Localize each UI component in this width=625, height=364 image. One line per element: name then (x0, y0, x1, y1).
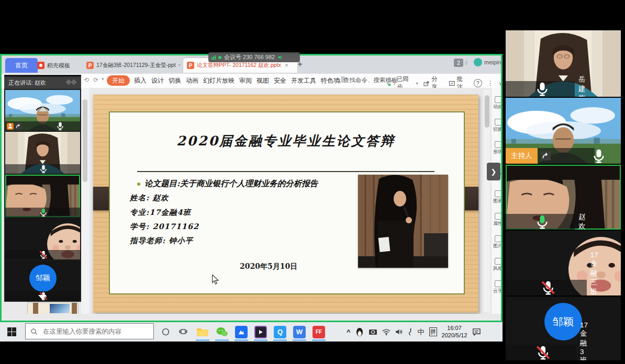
close-tab-icon[interactable]: × (285, 62, 288, 69)
meeting-id-bar[interactable]: 会议号 230 766 982 (208, 52, 300, 62)
slide[interactable]: 2020届金融专业毕业生论文答辩 论文题目:关于商业银行个人理财业务的分析报告 … (93, 95, 478, 313)
participant-name: 17金融3班邹颖 (580, 321, 588, 360)
menu-devtools[interactable]: 开发工具 (291, 76, 316, 85)
now-speaking-label: 正在讲话: 赵欢 (8, 79, 46, 87)
account-chip[interactable]: meipin.. (474, 58, 505, 66)
menu-start[interactable]: 开始 (107, 75, 130, 86)
slide-thumbnail[interactable] (27, 302, 79, 314)
participant-namebar: 主持人 钟小平 (506, 148, 595, 164)
sidetool-cloudfont[interactable]: 云字 (493, 280, 503, 294)
tray-expand-icon[interactable]: ^ (347, 328, 351, 336)
notification-icon[interactable] (472, 328, 481, 336)
sidebar-video-zhongxiaoping[interactable]: 钟小平 (5, 90, 80, 131)
tab-home[interactable]: 首页 (5, 58, 38, 73)
cortana-button[interactable] (158, 325, 173, 338)
ime-language-button[interactable]: 中 (418, 327, 425, 337)
share-icon (423, 80, 430, 87)
sidetool-properties[interactable]: 属性 (493, 213, 503, 227)
menu-insert[interactable]: 插入 (134, 76, 147, 85)
video-player-icon (254, 326, 267, 338)
scroll-down-icon[interactable] (38, 295, 47, 300)
camera-tray-icon[interactable] (369, 328, 377, 335)
thesis-topic-text: 论文题目:关于商业银行个人理财业务的分析报告 (144, 178, 318, 189)
search-icon (30, 328, 38, 335)
window-count-badge[interactable]: 2 (454, 59, 463, 67)
redo-icon[interactable]: ⟳ (93, 76, 98, 84)
taskbar-app-qq-browser[interactable]: Q (271, 324, 289, 339)
taskbar-app-video-player[interactable] (252, 324, 270, 339)
collapse-ribbon-icon[interactable]: ∨ (499, 81, 503, 86)
student-photo (358, 175, 448, 268)
sidebar-tile-zouying[interactable]: 邹颖 17金融3班邹颖 (5, 260, 80, 301)
thumbnail-panel-scrollbar[interactable] (81, 88, 90, 314)
sidetool-chart[interactable]: 图表 (493, 190, 503, 204)
menu-view[interactable]: 视图 (256, 76, 269, 85)
qat-dropdown-icon[interactable]: ▾ (102, 76, 104, 82)
tab-templates[interactable]: 稻壳模板 (34, 58, 87, 73)
menu-review[interactable]: 审阅 (239, 76, 252, 85)
sidetool-label: 云字 (493, 288, 503, 294)
sidetool-picture[interactable]: 图片 (493, 235, 503, 249)
comment-icon (449, 80, 455, 87)
panel-tile-zouying[interactable]: 邹颖 17金融3班邹颖 (506, 297, 621, 360)
menu-start-label: 开始 (112, 76, 125, 85)
tab-document-1[interactable]: P 17金融3班-20171129-王金莹-ppt • (83, 58, 187, 73)
clock-date: 2020/5/12 (442, 332, 467, 339)
pen-tray-icon[interactable] (408, 328, 413, 336)
task-view-button[interactable] (176, 325, 191, 338)
panel-video-yuejianmei[interactable]: 岳建梅 (506, 30, 621, 97)
wifi-icon[interactable] (382, 329, 390, 335)
taskbar-search[interactable] (25, 323, 154, 339)
taskbar-app-wps[interactable]: W (291, 324, 308, 339)
sidetool-animation[interactable]: 动画 (493, 96, 503, 110)
help-icon[interactable]: ? (474, 79, 482, 87)
participant-avatar: 邹颖 (544, 303, 582, 340)
sidetool-shape[interactable]: 形状 (493, 141, 503, 155)
sidebar-tile-guojunling[interactable]: 17金融三班郭峻岭 (5, 218, 80, 259)
qq-penguin-icon[interactable] (355, 327, 364, 337)
more-menu-icon[interactable]: ⋮ (487, 79, 494, 87)
add-slide-button[interactable]: + (35, 313, 48, 314)
panel-video-zhongxiaoping[interactable]: 主持人 钟小平 (506, 98, 621, 164)
taskbar-app-ff[interactable]: FF (310, 324, 328, 339)
panel-tile-guojunling[interactable]: 17金融三班郭峻岭 (506, 231, 621, 295)
start-button[interactable] (4, 325, 19, 338)
canvas-vertical-scrollbar[interactable] (484, 90, 490, 312)
student-photo-image (358, 175, 448, 268)
volume-icon[interactable] (395, 328, 403, 335)
participant-namebar: 赵欢 (5, 208, 80, 217)
vscroll-thumb[interactable] (485, 95, 489, 128)
sidebar-video-zhaohuan-active[interactable]: 赵欢 (5, 175, 80, 217)
taskbar-app-file-explorer[interactable] (194, 324, 211, 339)
advisor-line: 指导老师: 钟小平 (130, 236, 193, 246)
cortana-icon (162, 328, 170, 336)
sidetool-label: 风格 (493, 265, 503, 272)
major-line: 专业:17金融4班 (130, 208, 191, 218)
panel-video-zhaohuan-active[interactable]: 赵欢 (506, 165, 621, 230)
undo-icon[interactable]: ⟲ (84, 76, 89, 84)
participant-name: 17金融三班郭峻岭 (590, 251, 598, 296)
transition-icon (495, 119, 501, 126)
taskbar-app-meeting[interactable] (232, 324, 250, 339)
sidetool-style[interactable]: 风格 (493, 258, 503, 272)
sidetool-transition[interactable]: 切换 (493, 119, 503, 133)
menu-slideshow[interactable]: 幻灯片放映 (203, 76, 235, 85)
tab-document-1-label: 17金融3班-20171129-王金莹-ppt (96, 62, 176, 69)
sidebar-video-yuejianmei[interactable]: 岳建梅 (5, 132, 80, 174)
sidetool-label: 动画 (493, 104, 503, 110)
scroll-up-icon[interactable] (39, 107, 47, 111)
menu-design[interactable]: 设计 (151, 76, 164, 85)
running-indicator (196, 339, 209, 341)
tab-document-2-label: 论文答辩PPT- 20171162 赵欢.pptx (197, 62, 281, 69)
expand-panel-button[interactable]: ❯ (487, 163, 500, 180)
ime-mode-button[interactable]: 拼 (429, 327, 437, 336)
thumbnail-scroll-thumb[interactable] (83, 99, 87, 182)
menu-animation[interactable]: 动画 (186, 76, 198, 85)
menu-security[interactable]: 安全 (274, 76, 286, 85)
participants-panel: 岳建梅 主持人 (503, 0, 625, 364)
menu-transition[interactable]: 切换 (169, 76, 181, 85)
thumb-wood-edge (72, 303, 77, 314)
taskbar-app-wechat[interactable] (213, 324, 231, 339)
search-input[interactable] (42, 327, 143, 336)
taskbar-clock[interactable]: 16:07 2020/5/12 (442, 325, 467, 339)
